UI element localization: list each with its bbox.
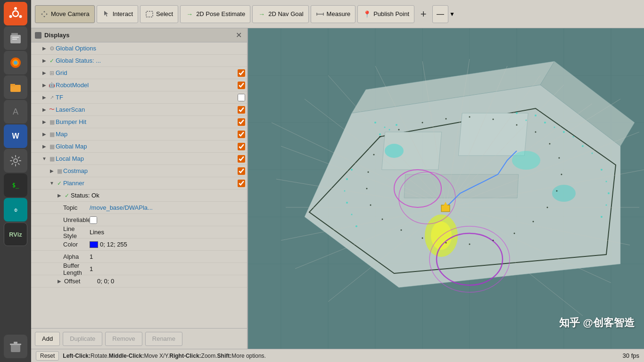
status-ok-label: Status: Ok bbox=[71, 192, 247, 199]
text-editor-icon[interactable]: A bbox=[4, 100, 27, 123]
map-row[interactable]: ▶ ▦ Map bbox=[31, 128, 247, 140]
global-status-row[interactable]: ▶ ✓ Global Status: ... bbox=[31, 55, 247, 67]
global-map-expand[interactable]: ▶ bbox=[41, 143, 48, 150]
offset-expand[interactable]: ▶ bbox=[56, 278, 63, 285]
local-map-checkbox[interactable] bbox=[238, 155, 245, 163]
status-reset-button[interactable]: Reset bbox=[36, 351, 59, 361]
bumper-hit-checkbox[interactable] bbox=[238, 118, 245, 126]
svg-point-2 bbox=[14, 7, 17, 10]
alpha-row: Alpha 1 bbox=[31, 251, 247, 263]
toolbar-minus-button[interactable]: — bbox=[432, 5, 448, 23]
local-map-expand[interactable]: ▼ bbox=[41, 155, 48, 163]
topic-key: Topic bbox=[31, 204, 88, 211]
status-ok-row[interactable]: ▶ ✓ Status: Ok bbox=[31, 189, 247, 202]
arduino-icon[interactable]: ⌽ bbox=[4, 198, 27, 222]
costmap-expand[interactable]: ▶ bbox=[48, 167, 56, 175]
duplicate-button[interactable]: Duplicate bbox=[63, 332, 102, 346]
interact-icon bbox=[102, 10, 110, 18]
rviz-icon[interactable]: RViz bbox=[4, 222, 27, 246]
planner-row[interactable]: ▼ ✓ Planner bbox=[31, 177, 247, 189]
select-button[interactable]: Select bbox=[140, 5, 178, 23]
ubuntu-icon[interactable] bbox=[4, 2, 27, 25]
trash-icon[interactable] bbox=[4, 335, 27, 358]
svg-point-96 bbox=[606, 181, 607, 182]
interact-button[interactable]: Interact bbox=[97, 5, 138, 23]
robot-model-expand[interactable]: ▶ bbox=[41, 82, 48, 89]
unreliable-checkbox[interactable] bbox=[90, 216, 97, 224]
svg-point-75 bbox=[374, 122, 376, 123]
add-button[interactable]: Add bbox=[35, 332, 60, 346]
displays-tree[interactable]: ▶ ⚙ Global Options ▶ ✓ Global Status: ..… bbox=[31, 42, 247, 328]
statusbar-middle-click: Middle-Click: bbox=[109, 353, 144, 359]
rename-button[interactable]: Rename bbox=[145, 332, 182, 346]
displays-panel: Displays ✕ ▶ ⚙ Global Options ▶ ✓ Global… bbox=[31, 28, 248, 349]
line-style-key: Line Style bbox=[31, 225, 88, 239]
costmap-row[interactable]: ▶ ▦ Costmap bbox=[31, 165, 247, 177]
svg-point-87 bbox=[582, 145, 584, 147]
line-style-value[interactable]: Lines bbox=[88, 229, 247, 236]
laser-scan-checkbox[interactable] bbox=[238, 106, 245, 114]
laser-scan-expand[interactable]: ▶ bbox=[41, 106, 48, 114]
publish-point-label: Publish Point bbox=[373, 10, 409, 17]
toolbar-expand-icon[interactable]: ▼ bbox=[449, 11, 455, 17]
svg-point-121 bbox=[401, 230, 402, 231]
measure-icon bbox=[316, 10, 324, 18]
planner-checkbox[interactable] bbox=[238, 180, 245, 187]
nav-goal-button[interactable]: → 2D Nav Goal bbox=[252, 5, 308, 23]
svg-rect-8 bbox=[12, 39, 17, 40]
alpha-value[interactable]: 1 bbox=[88, 253, 247, 260]
svg-point-74 bbox=[552, 185, 576, 202]
svg-point-14 bbox=[14, 159, 17, 163]
viewport[interactable]: 知乎 @创客智造 bbox=[248, 28, 644, 349]
statusbar-left-click: Left-Click: bbox=[63, 353, 91, 359]
displays-panel-icon bbox=[35, 32, 41, 39]
settings-icon[interactable] bbox=[4, 149, 27, 173]
robot-model-row[interactable]: ▶ 🤖 RobotModel bbox=[31, 79, 247, 91]
grid-expand[interactable]: ▶ bbox=[41, 69, 48, 77]
svg-point-105 bbox=[446, 118, 447, 120]
map-checkbox[interactable] bbox=[238, 131, 245, 138]
planner-expand[interactable]: ▼ bbox=[48, 180, 56, 187]
global-status-expand[interactable]: ▶ bbox=[41, 57, 48, 65]
tf-checkbox[interactable] bbox=[238, 94, 245, 101]
laser-scan-row[interactable]: ▶ 〜 LaserScan bbox=[31, 104, 247, 116]
map-expand[interactable]: ▶ bbox=[41, 131, 48, 138]
remove-button[interactable]: Remove bbox=[105, 332, 142, 346]
svg-point-94 bbox=[355, 225, 357, 227]
svg-point-102 bbox=[380, 136, 381, 138]
firefox-icon[interactable] bbox=[4, 51, 27, 74]
color-value[interactable]: 0; 12; 255 bbox=[88, 241, 247, 248]
robot-model-icon: 🤖 bbox=[48, 82, 56, 89]
files-icon[interactable] bbox=[4, 26, 27, 50]
move-camera-button[interactable]: Move Camera bbox=[35, 5, 95, 23]
tf-row[interactable]: ▶ ↗ TF bbox=[31, 91, 247, 104]
buffer-length-value[interactable]: 1 bbox=[88, 265, 247, 272]
terminal-icon[interactable]: $_ bbox=[4, 173, 27, 197]
global-options-row[interactable]: ▶ ⚙ Global Options bbox=[31, 42, 247, 55]
publish-point-button[interactable]: 📍 Publish Point bbox=[357, 5, 414, 23]
grid-row[interactable]: ▶ ⊞ Grid bbox=[31, 67, 247, 79]
grid-checkbox[interactable] bbox=[238, 69, 245, 77]
bumper-hit-expand[interactable]: ▶ bbox=[41, 118, 48, 126]
global-options-expand[interactable]: ▶ bbox=[41, 45, 48, 52]
svg-point-125 bbox=[368, 172, 369, 173]
bumper-hit-row[interactable]: ▶ ▦ Bumper Hit bbox=[31, 116, 247, 128]
offset-value[interactable]: 0; 0; 0 bbox=[95, 278, 247, 285]
local-map-row[interactable]: ▼ ▦ Local Map bbox=[31, 153, 247, 165]
add-toolbar-item-button[interactable]: + bbox=[416, 7, 430, 21]
color-text: 0; 12; 255 bbox=[100, 241, 127, 248]
costmap-checkbox[interactable] bbox=[238, 167, 245, 175]
global-map-checkbox[interactable] bbox=[238, 143, 245, 150]
svg-point-117 bbox=[493, 240, 494, 241]
tf-expand[interactable]: ▶ bbox=[41, 94, 48, 101]
folder-icon[interactable] bbox=[4, 75, 27, 99]
topic-value[interactable]: /move_base/DWAPla... bbox=[88, 204, 247, 211]
status-ok-expand[interactable]: ▶ bbox=[56, 192, 63, 199]
wayland-icon[interactable]: W bbox=[4, 124, 27, 148]
pose-estimate-button[interactable]: → 2D Pose Estimate bbox=[180, 5, 250, 23]
svg-point-81 bbox=[526, 120, 527, 121]
robot-model-checkbox[interactable] bbox=[238, 82, 245, 89]
displays-close-button[interactable]: ✕ bbox=[234, 31, 243, 40]
measure-button[interactable]: Measure bbox=[311, 5, 356, 23]
global-map-row[interactable]: ▶ ▦ Global Map bbox=[31, 140, 247, 153]
